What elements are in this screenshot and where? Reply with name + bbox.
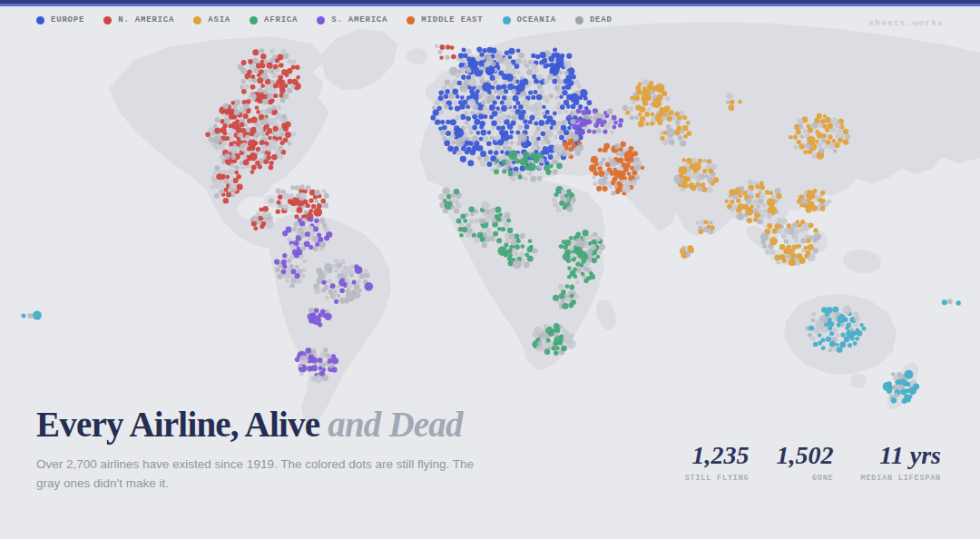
airline-dot[interactable]: [440, 44, 446, 50]
airline-dot[interactable]: [442, 85, 447, 91]
airline-dot[interactable]: [240, 85, 244, 90]
airline-dot[interactable]: [456, 94, 460, 99]
airline-dot[interactable]: [644, 112, 650, 117]
airline-dot[interactable]: [242, 155, 248, 161]
airline-dot[interactable]: [560, 104, 565, 110]
airline-dot[interactable]: [278, 146, 283, 152]
airline-dot[interactable]: [554, 135, 558, 140]
airline-dot[interactable]: [774, 255, 780, 261]
airline-dot[interactable]: [450, 45, 455, 50]
airline-dot[interactable]: [638, 121, 644, 127]
airline-dot[interactable]: [678, 135, 683, 141]
airline-dot[interactable]: [460, 95, 465, 100]
airline-dot[interactable]: [562, 328, 566, 333]
airline-dot[interactable]: [628, 106, 633, 112]
airline-dot[interactable]: [818, 148, 825, 154]
airline-dot[interactable]: [311, 358, 318, 364]
airline-dot[interactable]: [445, 80, 450, 85]
airline-dot[interactable]: [275, 58, 279, 63]
airline-dot[interactable]: [268, 119, 274, 125]
airline-dot[interactable]: [708, 230, 713, 235]
airline-dot[interactable]: [486, 99, 491, 103]
airline-dot[interactable]: [834, 142, 839, 148]
airline-dot[interactable]: [478, 94, 483, 99]
airline-dot[interactable]: [679, 111, 684, 116]
airline-dot[interactable]: [440, 120, 445, 124]
airline-dot[interactable]: [448, 106, 453, 111]
airline-dot[interactable]: [528, 91, 533, 95]
airline-dot[interactable]: [254, 226, 259, 230]
airline-dot[interactable]: [260, 48, 265, 54]
airline-dot[interactable]: [541, 131, 546, 136]
airline-dot[interactable]: [542, 105, 545, 109]
airline-dot[interactable]: [557, 130, 563, 135]
airline-dot[interactable]: [334, 259, 338, 263]
airline-dot[interactable]: [504, 212, 510, 219]
airline-dot[interactable]: [631, 180, 637, 186]
airline-dot[interactable]: [707, 177, 713, 183]
airline-dot[interactable]: [211, 132, 216, 136]
airline-dot[interactable]: [778, 229, 783, 234]
airline-dot[interactable]: [524, 124, 530, 130]
airline-dot[interactable]: [554, 95, 559, 100]
airline-dot[interactable]: [564, 79, 569, 84]
airline-dot[interactable]: [263, 88, 270, 94]
airline-dot[interactable]: [749, 193, 754, 199]
airline-dot[interactable]: [567, 114, 572, 119]
airline-dot[interactable]: [762, 203, 767, 208]
airline-dot[interactable]: [574, 247, 583, 255]
airline-dot[interactable]: [302, 268, 307, 272]
airline-dot[interactable]: [315, 200, 319, 204]
airline-dot[interactable]: [580, 130, 585, 135]
airline-dot[interactable]: [318, 358, 323, 363]
airline-dot[interactable]: [765, 249, 771, 255]
airline-dot[interactable]: [256, 147, 260, 152]
airline-dot[interactable]: [771, 194, 776, 199]
airline-dot[interactable]: [295, 273, 300, 279]
airline-dot[interactable]: [355, 292, 361, 299]
airline-dot[interactable]: [559, 95, 564, 100]
airline-dot[interactable]: [709, 220, 712, 224]
airline-dot[interactable]: [365, 282, 374, 291]
airline-dot[interactable]: [223, 132, 228, 136]
airline-dot[interactable]: [554, 192, 559, 197]
airline-dot[interactable]: [508, 151, 518, 161]
airline-dot[interactable]: [561, 151, 566, 156]
airline-dot[interactable]: [283, 126, 289, 132]
airline-dot[interactable]: [292, 79, 299, 85]
airline-dot[interactable]: [285, 74, 289, 78]
airline-dot[interactable]: [566, 189, 571, 193]
airline-dot[interactable]: [520, 244, 524, 249]
airline-dot[interactable]: [638, 113, 642, 117]
airline-dot[interactable]: [467, 125, 472, 130]
airline-dot[interactable]: [554, 323, 560, 329]
airline-dot[interactable]: [552, 79, 557, 84]
airline-dot[interactable]: [526, 69, 533, 75]
airline-dot[interactable]: [309, 198, 313, 202]
airline-dot[interactable]: [557, 79, 563, 84]
airline-dot[interactable]: [905, 370, 914, 379]
airline-dot[interactable]: [846, 134, 850, 139]
airline-dot[interactable]: [474, 119, 480, 125]
airline-dot[interactable]: [618, 122, 622, 127]
airline-dot[interactable]: [536, 137, 541, 142]
airline-dot[interactable]: [498, 71, 504, 76]
airline-dot[interactable]: [645, 122, 649, 125]
airline-dot[interactable]: [599, 244, 605, 250]
airline-dot[interactable]: [248, 78, 252, 83]
airline-dot[interactable]: [592, 258, 597, 263]
airline-dot[interactable]: [812, 153, 817, 158]
airline-dot[interactable]: [534, 111, 540, 116]
airline-dot[interactable]: [221, 141, 227, 146]
airline-dot[interactable]: [806, 239, 810, 243]
airline-dot[interactable]: [258, 88, 263, 93]
airline-dot[interactable]: [483, 48, 487, 53]
airline-dot[interactable]: [662, 116, 666, 121]
airline-dot[interactable]: [511, 176, 516, 181]
airline-dot[interactable]: [556, 89, 562, 94]
airline-dot[interactable]: [854, 316, 860, 322]
airline-dot[interactable]: [261, 211, 268, 218]
airline-dot[interactable]: [518, 125, 523, 130]
airline-dot[interactable]: [627, 172, 632, 176]
airline-dot[interactable]: [756, 204, 760, 209]
